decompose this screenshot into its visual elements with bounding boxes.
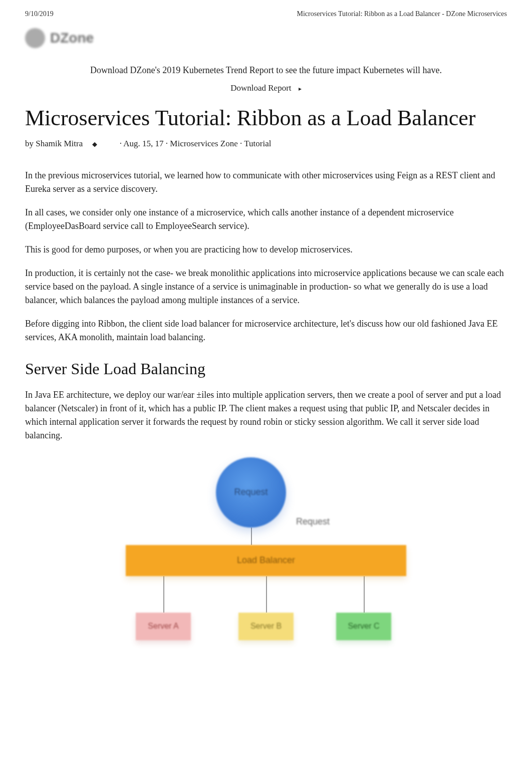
connector-line [266, 576, 267, 613]
article-byline: by Shamik Mitra ◆ · Aug. 15, 17 · Micros… [25, 139, 507, 169]
page-header-title: Microservices Tutorial: Ribbon as a Load… [297, 10, 507, 18]
diagram-server-node: Server C [336, 613, 391, 640]
logo-text: DZone [50, 30, 94, 46]
paragraph: In production, it is certainly not the c… [25, 267, 507, 307]
chevron-right-icon: ▸ [299, 85, 302, 92]
promo-cta[interactable]: Download Report ▸ [25, 81, 507, 103]
article-title: Microservices Tutorial: Ribbon as a Load… [25, 103, 507, 139]
zone-link[interactable]: Microservices Zone [170, 139, 237, 148]
paragraph: In Java EE architecture, we deploy our w… [25, 388, 507, 442]
paragraph: This is good for demo purposes, or when … [25, 243, 507, 256]
diagram-request-label: Request [296, 515, 330, 529]
logo-icon [25, 28, 45, 48]
article-body: In the previous microservices tutorial, … [25, 169, 507, 663]
paragraph: In the previous microservices tutorial, … [25, 169, 507, 196]
diagram-server-node: Server A [136, 613, 191, 640]
promo-cta-label: Download Report [230, 83, 291, 93]
promo-text: Download DZone's 2019 Kubernetes Trend R… [90, 65, 442, 75]
diagram-server-node: Server B [238, 613, 294, 640]
mvb-badge-icon: ◆ [92, 140, 97, 148]
article-type: Tutorial [244, 139, 271, 148]
section-heading: Server Side Load Balancing [25, 357, 507, 381]
site-logo[interactable]: DZone [25, 23, 507, 60]
print-date: 9/10/2019 [25, 10, 54, 18]
diagram-load-balancer-node: Load Balancer [126, 545, 406, 576]
promo-banner: Download DZone's 2019 Kubernetes Trend R… [25, 60, 507, 81]
connector-line [251, 528, 252, 545]
byline-prefix: by [25, 139, 36, 148]
byline-sep: · [164, 139, 170, 148]
connector-line [163, 576, 164, 613]
byline-sep: · [238, 139, 244, 148]
connector-line [364, 576, 365, 613]
article-date: Aug. 15, 17 [123, 139, 163, 148]
author-link[interactable]: Shamik Mitra [36, 139, 83, 148]
diagram-request-node: Request [216, 457, 286, 528]
paragraph: Before digging into Ribbon, the client s… [25, 317, 507, 344]
paragraph: In all cases, we consider only one insta… [25, 206, 507, 233]
load-balancer-diagram: Request Request Load Balancer Server A S… [76, 452, 456, 663]
